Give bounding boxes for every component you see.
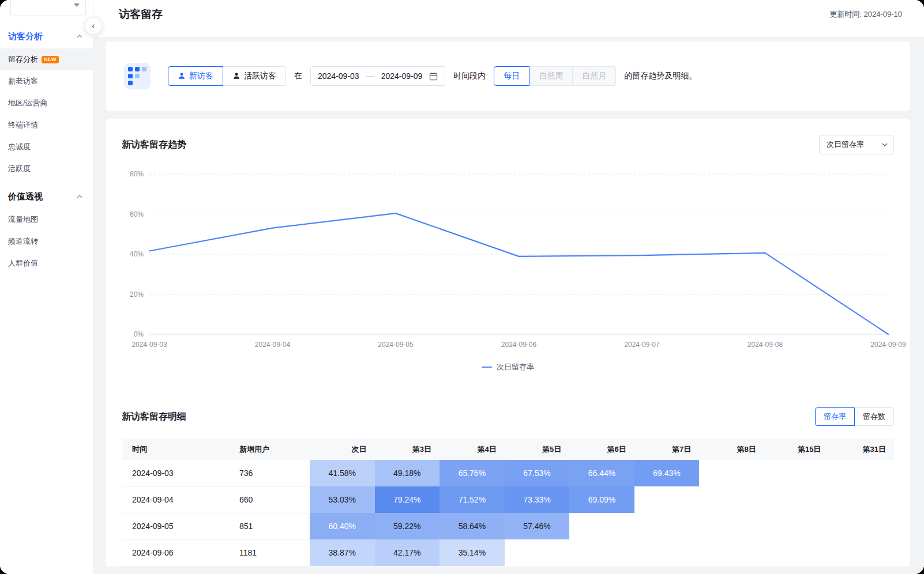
sidebar-item-region-carrier[interactable]: 地区/运营商	[0, 92, 93, 114]
sidebar-item-activity[interactable]: 活跃度	[0, 158, 93, 180]
row-new-users: 736	[229, 460, 310, 486]
column-header: 新增用户	[229, 439, 310, 460]
retention-cell	[634, 486, 700, 513]
sidebar-item-loyalty[interactable]: 忠诚度	[0, 136, 93, 158]
date-range-picker[interactable]: 2024-09-03 — 2024-09-09	[310, 66, 445, 86]
retention-card: 新访客留存趋势 次日留存率 0%20%40%60%80%2024-09-0320…	[106, 119, 910, 567]
in-label: 在	[294, 71, 302, 81]
retention-cell	[829, 460, 894, 486]
mode-toggle: 留存率 留存数	[815, 407, 894, 426]
row-new-users: 660	[229, 486, 310, 513]
retention-cell	[505, 539, 570, 566]
visitor-type-new-button[interactable]: 新访客	[168, 66, 223, 86]
retention-cell	[829, 539, 894, 566]
legend-line-marker	[482, 367, 492, 368]
column-header: 第15日	[764, 439, 829, 460]
mode-rate-button[interactable]: 留存率	[815, 407, 855, 426]
row-date: 2024-09-03	[122, 460, 229, 486]
retention-cell: 59.22%	[375, 513, 440, 539]
sidebar-item-retention-analysis[interactable]: 留存分析 NEW	[0, 48, 93, 70]
granularity-toggle: 每日 自然周 自然月	[494, 66, 616, 86]
trend-chart-canvas: 0%20%40%60%80%2024-09-032024-09-042024-0…	[122, 163, 894, 354]
workspace-selector[interactable]	[10, 0, 86, 16]
granularity-week-button[interactable]: 自然周	[529, 66, 573, 86]
item-label: 地区/运营商	[8, 98, 48, 108]
date-end: 2024-09-09	[381, 71, 423, 81]
granularity-month-button[interactable]: 自然月	[572, 66, 616, 86]
detail-header: 新访客留存明细 留存率 留存数	[122, 407, 894, 426]
retention-table: 时间 新增用户 次日 第3日 第4日 第5日 第6日 第7日 第8日 第15日 …	[122, 439, 894, 567]
retention-cell	[569, 539, 634, 566]
row-new-users: 1181	[229, 539, 310, 566]
section-label: 价值透视	[8, 191, 43, 202]
table-header-row: 时间 新增用户 次日 第3日 第4日 第5日 第6日 第7日 第8日 第15日 …	[122, 439, 894, 460]
retention-cell: 38.87%	[310, 539, 375, 566]
filter-bar: 新访客 活跃访客 在 2024-09-03 — 2024-09-09 时间段内	[106, 41, 910, 111]
svg-text:0%: 0%	[134, 330, 144, 338]
content-area: 新访客 活跃访客 在 2024-09-03 — 2024-09-09 时间段内	[93, 37, 924, 574]
column-header: 时间	[122, 439, 229, 460]
retention-cell: 41.58%	[310, 460, 375, 486]
retention-cell: 65.76%	[440, 460, 505, 486]
table-row: 2024-09-06 1181 38.87% 42.17% 35.14%	[122, 539, 894, 566]
mode-count-button[interactable]: 留存数	[854, 407, 894, 426]
chart-legend[interactable]: 次日留存率	[122, 361, 894, 373]
sidebar-item-traffic-map[interactable]: 流量地图	[0, 209, 93, 231]
table-row: 2024-09-04 660 53.03% 79.24% 71.52% 73.3…	[122, 486, 894, 513]
person-icon	[232, 72, 241, 80]
table-row: 2024-09-03 736 41.58% 49.18% 65.76% 67.5…	[122, 460, 894, 486]
item-label: 人群价值	[8, 258, 38, 269]
trend-chart: 0%20%40%60%80%2024-09-032024-09-042024-0…	[122, 163, 894, 354]
retention-cell: 71.52%	[440, 486, 505, 513]
retention-cell: 53.03%	[310, 486, 375, 513]
visitor-type-active-button[interactable]: 活跃访客	[223, 66, 286, 86]
caret-down-icon	[74, 3, 80, 7]
sidebar-section-visitor-analysis[interactable]: 访客分析	[0, 24, 93, 48]
retention-cell	[764, 460, 829, 486]
page-title: 访客留存	[119, 7, 163, 22]
calendar-icon	[429, 72, 438, 81]
retention-cell: 69.09%	[569, 486, 634, 513]
svg-text:2024-09-04: 2024-09-04	[255, 341, 291, 349]
column-header: 第4日	[440, 439, 505, 460]
sidebar-item-channel-flow[interactable]: 频道流转	[0, 231, 93, 252]
granularity-daily-button[interactable]: 每日	[494, 66, 529, 86]
svg-text:2024-09-06: 2024-09-06	[501, 341, 537, 349]
sidebar-item-crowd-value[interactable]: 人群价值	[0, 252, 93, 274]
svg-text:2024-09-07: 2024-09-07	[624, 341, 660, 349]
retention-cell: 49.18%	[375, 460, 440, 486]
retention-cell: 42.17%	[375, 539, 440, 566]
metric-select[interactable]: 次日留存率	[819, 135, 894, 154]
chevron-down-icon	[882, 143, 888, 146]
sidebar-item-terminal-details[interactable]: 终端详情	[0, 114, 93, 136]
trend-header: 新访客留存趋势 次日留存率	[122, 135, 894, 154]
period-label: 时间段内	[453, 71, 486, 81]
date-separator: —	[366, 71, 374, 81]
retention-cell: 73.33%	[505, 486, 570, 513]
retention-cell	[634, 539, 700, 566]
column-header: 第7日	[634, 439, 700, 460]
sidebar-collapse-button[interactable]: ‹	[85, 17, 102, 35]
item-label: 频道流转	[8, 236, 38, 247]
app-window: 访客分析 留存分析 NEW 新老访客 地区/运营商 终端详情 忠诚度 活跃度 价…	[0, 0, 924, 574]
item-label: 忠诚度	[8, 142, 31, 152]
retention-cell: 69.43%	[634, 460, 700, 486]
retention-cell	[829, 513, 894, 539]
row-date: 2024-09-04	[122, 486, 229, 513]
item-label: 留存分析	[8, 54, 38, 65]
svg-text:2024-09-03: 2024-09-03	[132, 341, 167, 349]
sidebar-section-value-perspective[interactable]: 价值透视	[0, 184, 93, 209]
sidebar: 访客分析 留存分析 NEW 新老访客 地区/运营商 终端详情 忠诚度 活跃度 价…	[0, 0, 93, 574]
person-icon	[178, 72, 186, 80]
chevron-up-icon	[77, 195, 82, 198]
metric-select-value: 次日留存率	[827, 139, 864, 150]
retention-cell	[699, 513, 764, 539]
row-date: 2024-09-06	[122, 539, 229, 566]
retention-cell	[764, 486, 829, 513]
detail-title: 新访客留存明细	[122, 411, 186, 423]
svg-text:2024-09-09: 2024-09-09	[870, 341, 906, 349]
retention-cell: 58.64%	[440, 513, 505, 539]
sidebar-item-new-old-visitors[interactable]: 新老访客	[0, 70, 93, 92]
retention-feature-icon	[124, 63, 151, 89]
chevron-up-icon	[77, 35, 82, 38]
